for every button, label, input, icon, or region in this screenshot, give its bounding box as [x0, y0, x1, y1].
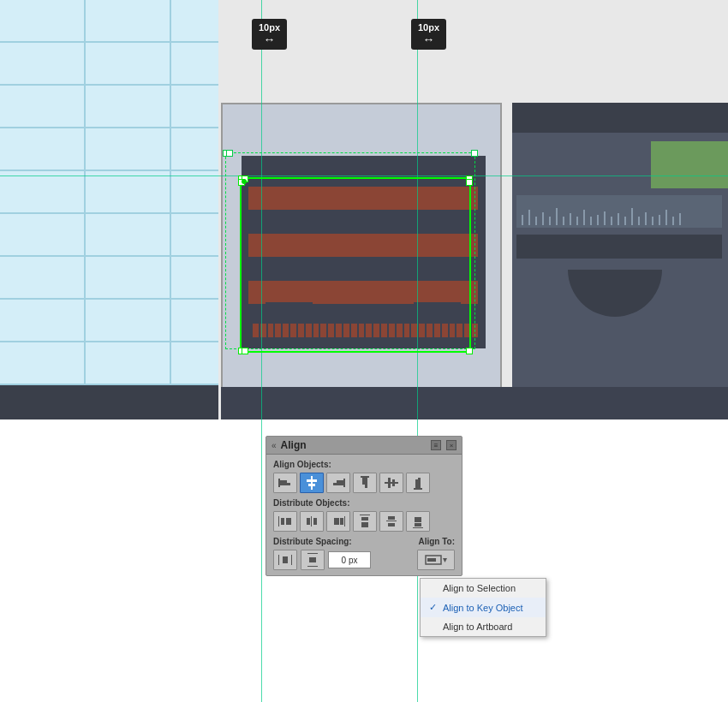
svg-rect-41 — [309, 557, 316, 562]
dropdown-label-key-object: Align to Key Object — [443, 603, 523, 613]
align-panel-header: « Align ≡ × — [266, 437, 462, 455]
svg-rect-28 — [361, 517, 368, 521]
svg-rect-12 — [385, 482, 398, 484]
spacing-tooltip-right: 10px ↔ — [411, 19, 446, 50]
svg-rect-4 — [307, 479, 317, 482]
guide-horizontal — [0, 176, 728, 176]
spacing-tooltip-left: 10px ↔ — [252, 19, 287, 50]
brick-wall-background — [0, 0, 218, 419]
align-to-dropdown: Align to Selection ✓ Align to Key Object… — [420, 578, 546, 637]
svg-rect-16 — [415, 479, 418, 488]
tooltip-right-arrow: ↔ — [418, 33, 439, 46]
guide-vertical-left — [261, 0, 262, 702]
svg-rect-22 — [307, 518, 310, 525]
svg-rect-15 — [414, 488, 422, 490]
collapse-icon[interactable]: « — [272, 441, 277, 450]
align-panel-header-left: « Align — [272, 439, 307, 451]
svg-rect-0 — [278, 479, 280, 487]
align-to-dropdown-btn[interactable] — [417, 550, 455, 570]
bottom-row: Distribute Spacing: Align To: — [273, 537, 455, 570]
svg-rect-31 — [388, 516, 395, 520]
distribute-objects-row — [273, 511, 455, 532]
dist-bottom-btn[interactable] — [406, 511, 430, 532]
svg-rect-3 — [311, 476, 313, 490]
check-key-object: ✓ — [429, 602, 438, 613]
svg-rect-2 — [280, 483, 290, 485]
align-center-h-btn[interactable] — [300, 473, 324, 493]
dropdown-item-key-object[interactable]: ✓ Align to Key Object — [421, 598, 546, 617]
dist-space-v-btn[interactable] — [301, 550, 325, 570]
guide-vertical-right — [417, 0, 418, 702]
svg-rect-10 — [362, 478, 365, 485]
svg-rect-7 — [337, 480, 343, 483]
svg-rect-34 — [415, 517, 421, 522]
panel-menu-btn[interactable]: ≡ — [431, 440, 441, 450]
svg-rect-18 — [278, 516, 279, 526]
tooltip-left-text: 10px — [259, 22, 280, 33]
align-left-btn[interactable] — [273, 473, 297, 493]
svg-rect-33 — [413, 527, 423, 528]
distribute-objects-label: Distribute Objects: — [273, 498, 455, 508]
art-panel — [221, 103, 502, 394]
spacing-value-input[interactable] — [328, 551, 371, 568]
svg-rect-40 — [307, 566, 318, 567]
svg-rect-32 — [388, 523, 395, 526]
align-to-section: Align To: — [371, 537, 455, 570]
spacing-input-row — [273, 550, 371, 570]
dist-left-btn[interactable] — [273, 511, 297, 532]
svg-rect-21 — [311, 516, 312, 526]
svg-rect-9 — [361, 476, 369, 478]
dist-right-btn[interactable] — [326, 511, 350, 532]
svg-rect-29 — [361, 522, 368, 527]
svg-rect-8 — [333, 483, 343, 485]
tooltip-right-text: 10px — [418, 22, 439, 33]
align-right-btn[interactable] — [326, 473, 350, 493]
canvas-bottom-strip — [221, 387, 728, 419]
dist-space-h-btn[interactable] — [273, 550, 297, 570]
align-to-label: Align To: — [371, 537, 455, 546]
svg-rect-27 — [360, 515, 370, 515]
align-middle-v-btn[interactable] — [379, 473, 403, 493]
align-panel: « Align ≡ × Align Objects: — [266, 436, 462, 576]
svg-rect-37 — [291, 555, 292, 565]
svg-rect-6 — [343, 479, 345, 487]
svg-marker-44 — [443, 558, 447, 562]
dark-strip-left — [0, 385, 218, 419]
svg-rect-35 — [415, 523, 421, 526]
svg-rect-11 — [365, 478, 367, 488]
svg-rect-5 — [308, 484, 315, 486]
svg-rect-38 — [283, 556, 288, 563]
svg-rect-17 — [418, 478, 421, 488]
right-panel — [512, 103, 728, 398]
svg-rect-14 — [392, 479, 395, 486]
dist-center-h-btn[interactable] — [300, 511, 324, 532]
spacing-section: Distribute Spacing: — [273, 537, 371, 570]
svg-rect-26 — [340, 518, 343, 525]
canvas-area: 10px ↔ 10px ↔ — [0, 0, 728, 419]
svg-rect-13 — [388, 478, 391, 488]
svg-rect-30 — [386, 521, 397, 521]
svg-rect-23 — [313, 518, 317, 525]
svg-rect-36 — [278, 555, 279, 565]
dist-middle-v-btn[interactable] — [379, 511, 403, 532]
dropdown-item-selection[interactable]: Align to Selection — [421, 579, 546, 598]
align-objects-row — [273, 473, 455, 493]
align-top-btn[interactable] — [353, 473, 377, 493]
svg-rect-19 — [281, 518, 284, 525]
tooltip-left-arrow: ↔ — [259, 33, 280, 46]
brick-texture — [248, 163, 478, 340]
panel-ctrl-btns: ≡ × — [431, 440, 456, 450]
svg-rect-1 — [280, 480, 287, 483]
panel-close-btn[interactable]: × — [446, 440, 456, 450]
dist-top-btn[interactable] — [353, 511, 377, 532]
svg-rect-20 — [286, 518, 291, 525]
svg-rect-25 — [334, 518, 339, 525]
panel-title: Align — [281, 439, 307, 451]
svg-rect-24 — [344, 516, 345, 526]
dropdown-item-artboard[interactable]: Align to Artboard — [421, 617, 546, 636]
align-bottom-btn[interactable] — [406, 473, 430, 493]
dropdown-label-selection: Align to Selection — [443, 583, 516, 593]
dropdown-label-artboard: Align to Artboard — [443, 622, 512, 632]
distribute-spacing-label: Distribute Spacing: — [273, 537, 371, 546]
align-objects-label: Align Objects: — [273, 460, 455, 469]
